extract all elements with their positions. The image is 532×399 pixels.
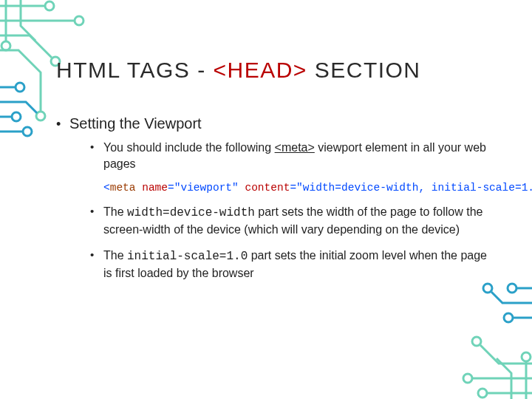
bullet-3-text-a: The bbox=[103, 249, 127, 262]
code-lt: < bbox=[103, 182, 110, 194]
bullet-3-code: initial-scale=1.0 bbox=[127, 250, 248, 263]
code-example-meta-viewport: <meta name="viewport" content="width=dev… bbox=[103, 182, 488, 194]
title-pre: HTML TAGS - bbox=[56, 58, 213, 82]
code-attr-content-val: ="width=device-width, initial-scale=1.0" bbox=[290, 182, 532, 194]
slide-body: HTML TAGS - <HEAD> SECTION Setting the V… bbox=[0, 0, 532, 399]
section-heading-item: Setting the Viewport You should include … bbox=[56, 115, 488, 282]
bullet-width-device-width: The width=device-width part sets the wid… bbox=[90, 204, 488, 237]
section-heading: Setting the Viewport bbox=[69, 115, 202, 132]
title-emphasis: <HEAD> bbox=[213, 58, 307, 82]
bullet-initial-scale: The initial-scale=1.0 part sets the init… bbox=[90, 248, 488, 281]
bullet-1-meta-tag: <meta> bbox=[275, 141, 315, 154]
bullet-2-code: width=device-width bbox=[127, 206, 255, 219]
code-attr-content: content bbox=[245, 182, 290, 194]
code-attr-name: name bbox=[142, 182, 168, 194]
slide-title: HTML TAGS - <HEAD> SECTION bbox=[56, 58, 488, 83]
code-attr-name-val: ="viewport" bbox=[168, 182, 239, 194]
title-post: SECTION bbox=[307, 58, 421, 82]
bullet-1-text-a: You should include the following bbox=[103, 141, 275, 154]
bullet-2-text-a: The bbox=[103, 205, 127, 218]
bullet-meta-viewport: You should include the following <meta> … bbox=[90, 140, 488, 171]
code-tag: meta bbox=[110, 182, 136, 194]
code-space-1 bbox=[136, 182, 143, 194]
